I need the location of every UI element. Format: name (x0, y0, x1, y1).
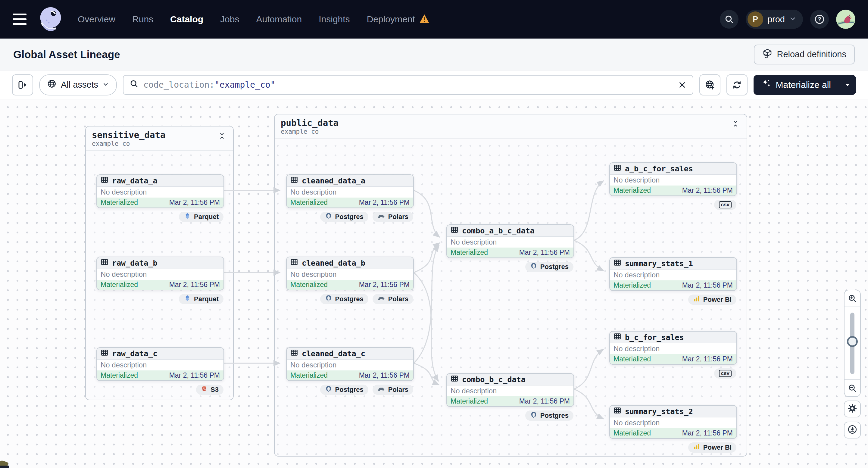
asset-tags: Postgres Polars (320, 384, 413, 395)
polars-icon (377, 295, 385, 303)
tag-csv[interactable]: csv (714, 368, 736, 379)
nav-tab-insights[interactable]: Insights (319, 14, 350, 24)
tag-csv[interactable]: csv (714, 200, 736, 210)
corner-illustration (0, 460, 12, 468)
materialization-timestamp[interactable]: Mar 2, 11:56 PM (519, 248, 570, 257)
reload-definitions-button[interactable]: Reload definitions (754, 44, 855, 64)
reload-definitions-label: Reload definitions (777, 50, 846, 59)
zoom-slider[interactable] (844, 307, 860, 379)
download-graph-button[interactable] (844, 422, 861, 438)
materialization-timestamp[interactable]: Mar 2, 11:56 PM (682, 355, 733, 363)
help-icon[interactable]: ? (810, 10, 829, 29)
tag-label: Polars (388, 386, 408, 394)
node-header: b_c_for_sales (610, 332, 736, 343)
materialization-timestamp[interactable]: Mar 2, 11:56 PM (169, 198, 220, 207)
tag-s3[interactable]: S3 (196, 384, 223, 395)
asset-node-summary-stats-1[interactable]: summary_stats_1 No description Materiali… (609, 257, 737, 291)
materialization-timestamp[interactable]: Mar 2, 11:56 PM (682, 429, 733, 437)
dagster-logo[interactable] (37, 5, 64, 33)
postgres-icon (325, 385, 332, 394)
tag-power-bi[interactable]: Power BI (688, 294, 736, 305)
search-icon[interactable] (720, 10, 739, 29)
asset-node-raw-data-a[interactable]: raw_data_a No description Materialized M… (96, 175, 224, 208)
asset-node-cleaned-data-c[interactable]: cleaned_data_c No description Materializ… (286, 347, 414, 381)
asset-node-b-c-for-sales[interactable]: b_c_for_sales No description Materialize… (609, 331, 737, 365)
postgres-icon (325, 294, 332, 304)
asset-description: No description (447, 237, 574, 248)
collapse-icon[interactable] (731, 118, 741, 131)
tag-power-bi[interactable]: Power BI (688, 442, 736, 453)
download-icon (847, 424, 858, 436)
asset-status-row: Materialized Mar 2, 11:56 PM (97, 280, 223, 290)
materialization-timestamp[interactable]: Mar 2, 11:56 PM (682, 186, 733, 194)
tag-label: Postgres (335, 386, 364, 394)
asset-scope-dropdown[interactable]: All assets (39, 74, 117, 95)
asset-description: No description (287, 187, 413, 197)
asset-node-a-b-c-for-sales[interactable]: a_b_c_for_sales No description Materiali… (609, 162, 737, 196)
svg-text:?: ? (818, 16, 821, 23)
tag-postgres[interactable]: Postgres (525, 262, 574, 272)
zoom-out-icon[interactable] (844, 379, 860, 396)
asset-node-raw-data-b[interactable]: raw_data_b No description Materialized M… (96, 257, 224, 290)
asset-node-summary-stats-2[interactable]: summary_stats_2 No description Materiali… (609, 405, 737, 439)
asset-tags: Postgres (525, 410, 574, 421)
nav-tab-automation[interactable]: Automation (256, 14, 302, 24)
asset-node-cleaned-data-a[interactable]: cleaned_data_a No description Materializ… (286, 175, 414, 208)
asset-search-input[interactable]: code_location: "example_co" (123, 75, 693, 95)
status-badge: Materialized (101, 281, 138, 289)
refresh-icon[interactable] (726, 74, 747, 95)
tag-polars[interactable]: Polars (373, 384, 413, 395)
tag-postgres[interactable]: Postgres (320, 384, 368, 395)
graph-settings-button[interactable] (844, 401, 861, 417)
materialization-timestamp[interactable]: Mar 2, 11:56 PM (169, 281, 220, 289)
group-header[interactable]: sensitive_data example_co (86, 126, 233, 151)
asset-status-row: Materialized Mar 2, 11:56 PM (610, 354, 736, 364)
materialize-options-button[interactable] (839, 75, 856, 95)
asset-node-combo-b-c-data[interactable]: combo_b_c_data No description Materializ… (446, 373, 574, 407)
zoom-in-icon[interactable] (844, 290, 860, 307)
page-header: Global Asset Lineage Reload definitions (0, 38, 868, 70)
tag-label: Polars (388, 213, 408, 221)
tag-parquet[interactable]: Parquet (179, 212, 223, 222)
panel-toggle-icon[interactable] (12, 74, 33, 95)
materialization-timestamp[interactable]: Mar 2, 11:56 PM (169, 371, 220, 379)
tag-polars[interactable]: Polars (373, 294, 413, 304)
materialization-timestamp[interactable]: Mar 2, 11:56 PM (359, 281, 410, 289)
zoom-slider-handle[interactable] (847, 336, 858, 347)
materialization-timestamp[interactable]: Mar 2, 11:56 PM (519, 397, 570, 405)
lineage-canvas[interactable]: sensitive_data example_co public_data ex… (0, 99, 868, 468)
tag-label: Postgres (540, 412, 569, 419)
asset-name: raw_data_c (112, 349, 157, 358)
table-icon (614, 164, 621, 174)
tag-postgres[interactable]: Postgres (320, 212, 368, 222)
nav-tab-deployment[interactable]: Deployment (367, 14, 415, 24)
materialization-timestamp[interactable]: Mar 2, 11:56 PM (359, 371, 410, 379)
tag-polars[interactable]: Polars (373, 212, 413, 222)
node-header: a_b_c_for_sales (610, 163, 736, 175)
search-query-field: code_location: (143, 80, 214, 90)
materialize-all-button[interactable]: Materialize all (753, 75, 839, 95)
avatar[interactable] (836, 10, 855, 29)
tag-postgres[interactable]: Postgres (320, 294, 368, 304)
nav-links: Overview Runs Catalog Jobs Automation In… (78, 14, 430, 25)
nav-tab-runs[interactable]: Runs (132, 14, 153, 24)
materialization-timestamp[interactable]: Mar 2, 11:56 PM (359, 198, 410, 207)
tag-postgres[interactable]: Postgres (525, 410, 574, 421)
nav-tab-catalog[interactable]: Catalog (170, 14, 203, 24)
deployment-switcher[interactable]: P prod (746, 10, 803, 29)
postgres-icon (530, 411, 537, 420)
group-header[interactable]: public_data example_co (275, 115, 747, 138)
menu-icon[interactable] (13, 13, 27, 25)
asset-node-combo-a-b-c-data[interactable]: combo_a_b_c_data No description Material… (446, 224, 574, 258)
nav-tab-overview[interactable]: Overview (78, 14, 115, 24)
asset-status-row: Materialized Mar 2, 11:56 PM (610, 186, 736, 195)
asset-node-cleaned-data-b[interactable]: cleaned_data_b No description Materializ… (286, 257, 414, 290)
asset-description: No description (610, 417, 736, 428)
add-location-icon[interactable] (699, 74, 720, 95)
clear-icon[interactable] (678, 81, 687, 89)
nav-tab-jobs[interactable]: Jobs (220, 14, 239, 24)
materialization-timestamp[interactable]: Mar 2, 11:56 PM (682, 281, 733, 289)
collapse-icon[interactable] (217, 130, 227, 143)
tag-parquet[interactable]: Parquet (179, 294, 223, 304)
asset-node-raw-data-c[interactable]: raw_data_c No description Materialized M… (96, 347, 224, 381)
